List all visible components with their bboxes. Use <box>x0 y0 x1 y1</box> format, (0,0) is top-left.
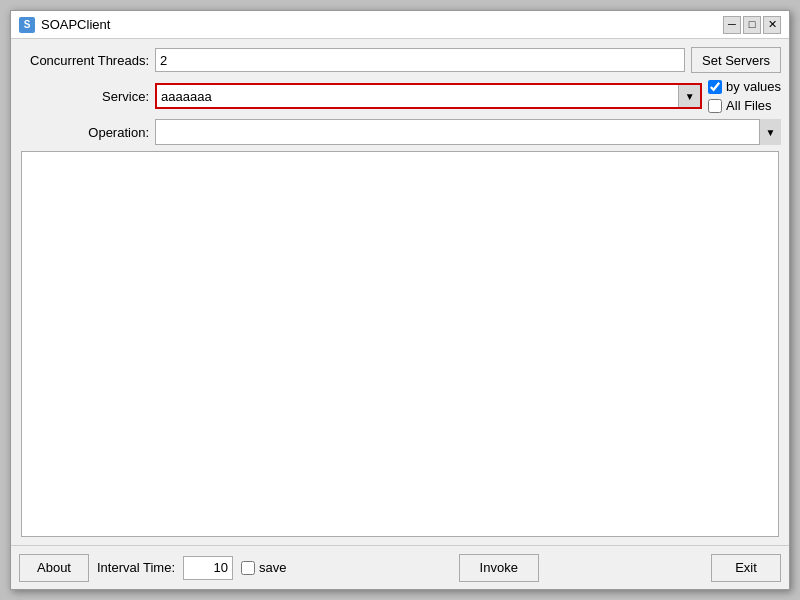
all-files-checkbox[interactable] <box>708 99 722 113</box>
operation-select-wrapper: ▼ <box>155 119 781 145</box>
maximize-button[interactable]: □ <box>743 16 761 34</box>
operation-row: Operation: ▼ <box>19 119 781 145</box>
minimize-button[interactable]: ─ <box>723 16 741 34</box>
invoke-button[interactable]: Invoke <box>459 554 539 582</box>
operation-select[interactable] <box>155 119 781 145</box>
main-content-area[interactable] <box>21 151 779 537</box>
interval-input[interactable] <box>183 556 233 580</box>
exit-button[interactable]: Exit <box>711 554 781 582</box>
save-label[interactable]: save <box>259 560 286 575</box>
about-button[interactable]: About <box>19 554 89 582</box>
service-select-wrapper: aaaaaaa ▼ <box>155 83 702 109</box>
interval-label: Interval Time: <box>97 560 175 575</box>
close-button[interactable]: ✕ <box>763 16 781 34</box>
service-select[interactable]: aaaaaaa <box>157 85 700 107</box>
by-values-checkbox[interactable] <box>708 80 722 94</box>
app-icon: S <box>19 17 35 33</box>
service-row: Service: aaaaaaa ▼ by values All Files <box>19 79 781 113</box>
by-values-label[interactable]: by values <box>726 79 781 94</box>
by-values-row: by values <box>708 79 781 94</box>
service-label: Service: <box>19 89 149 104</box>
footer: About Interval Time: save Invoke Exit <box>11 545 789 589</box>
side-options: by values All Files <box>708 79 781 113</box>
main-window: S SOAPClient ─ □ ✕ Concurrent Threads: S… <box>10 10 790 590</box>
set-servers-button[interactable]: Set Servers <box>691 47 781 73</box>
save-row: save <box>241 560 286 575</box>
operation-label: Operation: <box>19 125 149 140</box>
concurrent-threads-row: Concurrent Threads: Set Servers <box>19 47 781 73</box>
content-area: Concurrent Threads: Set Servers Service:… <box>11 39 789 545</box>
concurrent-threads-input[interactable] <box>155 48 685 72</box>
all-files-row: All Files <box>708 98 781 113</box>
title-controls: ─ □ ✕ <box>723 16 781 34</box>
window-title: SOAPClient <box>41 17 110 32</box>
concurrent-threads-label: Concurrent Threads: <box>19 53 149 68</box>
save-checkbox[interactable] <box>241 561 255 575</box>
title-bar-left: S SOAPClient <box>19 17 110 33</box>
title-bar: S SOAPClient ─ □ ✕ <box>11 11 789 39</box>
all-files-label[interactable]: All Files <box>726 98 772 113</box>
